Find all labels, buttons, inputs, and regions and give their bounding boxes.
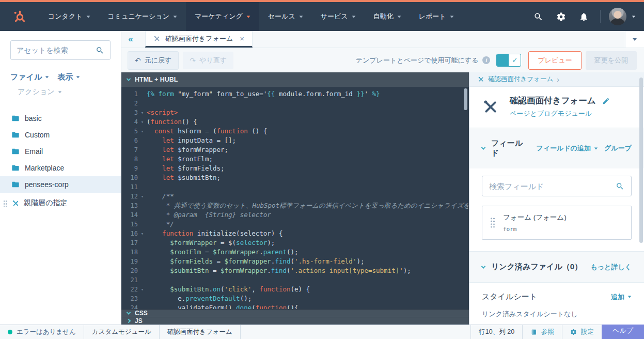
nav-item-contacts[interactable]: コンタクト: [39, 2, 99, 31]
folder-item-pensees-corp[interactable]: pensees-corp: [0, 176, 121, 193]
availability-toggle-label: テンプレートとページで使用可能にする: [356, 56, 479, 65]
code-line[interactable]: 17 $formWrapper = $(selector);: [121, 238, 469, 248]
fold-caret-icon[interactable]: ▾: [138, 117, 147, 127]
file-menu[interactable]: ファイル: [10, 72, 49, 82]
code-line[interactable]: 2: [121, 99, 469, 108]
hubspot-logo-icon[interactable]: [0, 2, 39, 31]
drag-handle-icon[interactable]: [3, 200, 7, 207]
tab-close-icon[interactable]: ×: [240, 34, 244, 43]
nav-item-marketing[interactable]: マーケティング: [186, 2, 259, 31]
chevron-right-icon: ›: [557, 75, 559, 84]
line-number: 19: [121, 257, 138, 266]
panel-scrollbar[interactable]: [639, 78, 643, 243]
preview-button[interactable]: プレビュー: [528, 51, 581, 70]
fold-caret-icon[interactable]: ▾: [138, 192, 147, 201]
editor-scrollbar[interactable]: [464, 88, 467, 110]
asset-search-box[interactable]: [10, 40, 111, 60]
nav-item-communication[interactable]: コミュニケーション: [99, 2, 186, 31]
folder-item-email[interactable]: Email: [0, 143, 121, 160]
code-line[interactable]: 15 */: [121, 220, 469, 229]
fold-caret-icon[interactable]: ▾: [138, 285, 147, 294]
tab-module[interactable]: 確認画面付きフォーム ×: [145, 31, 253, 48]
field-item-form[interactable]: フォーム (フォーム) form: [482, 206, 632, 240]
code-line[interactable]: 9 let $formFields;: [121, 164, 469, 173]
code-line[interactable]: 24 validateForm().done(function(){: [121, 303, 469, 309]
redo-button[interactable]: ↷ やり直す: [183, 52, 233, 69]
fold-caret-icon[interactable]: ▾: [138, 229, 147, 238]
code-line[interactable]: 16▾ function initialize(selector) {: [121, 229, 469, 238]
folder-item-basic[interactable]: basic: [0, 110, 121, 127]
view-menu[interactable]: 表示: [57, 72, 80, 82]
chevron-right-icon: [127, 319, 131, 323]
code-line[interactable]: 13 * 共通で使う変数のセット、HubSpot標準フォームの送信イベントを乗っ…: [121, 201, 469, 210]
code-line[interactable]: 7 let $formWrapper;: [121, 145, 469, 155]
group-link[interactable]: グループ: [604, 144, 632, 153]
fold-caret-icon: [138, 164, 147, 173]
breadcrumb[interactable]: 確認画面付きフォーム ›: [469, 72, 644, 87]
code-line[interactable]: 22▾ $submitBtn.on('click', function(e) {: [121, 285, 469, 294]
account-menu-caret-icon[interactable]: [632, 16, 635, 18]
chevron-down-icon[interactable]: [481, 145, 485, 149]
code-line[interactable]: 23 e.preventDefault();: [121, 294, 469, 303]
learn-more-link[interactable]: もっと詳しく: [590, 263, 632, 272]
code-line[interactable]: 1{% form "my_form" form_to_use='{{ modul…: [121, 89, 469, 99]
folder-item-marketplace[interactable]: Marketplace: [0, 160, 121, 176]
add-field-link[interactable]: フィールドの追加: [537, 144, 599, 153]
search-icon[interactable]: [527, 2, 549, 31]
nav-item-sales[interactable]: セールス: [259, 2, 312, 31]
edit-pencil-icon[interactable]: [602, 97, 610, 105]
code-line[interactable]: 8 let $rootElm;: [121, 155, 469, 164]
fold-caret-icon: [138, 182, 147, 192]
field-search-box[interactable]: [482, 176, 632, 196]
code-line[interactable]: 4▾(function() {: [121, 117, 469, 127]
publish-changes-button[interactable]: 変更を公開: [586, 51, 637, 70]
line-number: 5: [121, 127, 138, 136]
code-line[interactable]: 19 $formFields = $formWrapper.find('.hs-…: [121, 257, 469, 266]
fold-caret-icon[interactable]: ▾: [138, 108, 147, 117]
code-line[interactable]: 18 $rootElm = $formWrapper.parent();: [121, 248, 469, 257]
settings-gear-icon[interactable]: [549, 2, 572, 31]
nav-item-automation[interactable]: 自動化: [365, 2, 410, 31]
code-line[interactable]: 14 * @param {String} selector: [121, 210, 469, 220]
code-editor: HTML + HUBL 1{% form "my_form" form_to_u…: [121, 72, 469, 325]
actions-menu[interactable]: アクション: [18, 87, 111, 97]
asset-search-input[interactable]: [17, 46, 96, 54]
undo-icon: ↶: [135, 57, 141, 64]
chevron-down-icon[interactable]: [481, 264, 485, 268]
module-type-link[interactable]: ページとブログモジュール: [510, 109, 610, 118]
add-stylesheet-link[interactable]: 追加: [611, 292, 632, 302]
line-number: 21: [121, 275, 138, 285]
section-css-header[interactable]: CSS: [121, 309, 469, 317]
code-line[interactable]: 5▾ const hsForm = (function () {: [121, 127, 469, 136]
settings-button[interactable]: 設定: [562, 325, 602, 339]
folder-item-custom[interactable]: Custom: [0, 127, 121, 143]
collapse-sidebar-button[interactable]: «: [121, 31, 140, 48]
code-line[interactable]: 10 let $submitBtn;: [121, 173, 469, 182]
code-line[interactable]: 21: [121, 275, 469, 285]
section-html-hubl-header[interactable]: HTML + HUBL: [121, 72, 469, 87]
tab-overflow-caret[interactable]: [625, 31, 644, 48]
code-line[interactable]: 3▾<script>: [121, 108, 469, 117]
drag-handle-icon[interactable]: [490, 217, 495, 228]
notifications-bell-icon[interactable]: [572, 2, 595, 31]
code-line[interactable]: 12▾ /**: [121, 192, 469, 201]
chevron-down-icon: [127, 76, 131, 81]
user-avatar[interactable]: [609, 8, 626, 25]
sidebar-item-parent-module[interactable]: 親階層の指定: [0, 195, 121, 211]
code-line[interactable]: 6 let inputData = [];: [121, 136, 469, 145]
undo-button[interactable]: ↶ 元に戻す: [128, 51, 179, 70]
folder-icon: [11, 131, 20, 139]
nav-item-service[interactable]: サービス: [312, 2, 365, 31]
info-icon[interactable]: i: [482, 56, 490, 64]
code-area[interactable]: 1{% form "my_form" form_to_use='{{ modul…: [121, 87, 469, 309]
fold-caret-icon: [138, 238, 147, 248]
section-js-header[interactable]: JS: [121, 317, 469, 325]
code-line[interactable]: 11: [121, 182, 469, 192]
field-search-input[interactable]: [489, 182, 616, 191]
nav-item-reports[interactable]: レポート: [410, 2, 463, 31]
code-line[interactable]: 20 $submitBtn = $formWrapper.find('.acti…: [121, 266, 469, 275]
fold-caret-icon[interactable]: ▾: [138, 127, 147, 136]
availability-toggle[interactable]: ✓: [496, 54, 521, 67]
error-status: エラーはありません: [0, 325, 84, 339]
reference-button[interactable]: 参照: [522, 325, 562, 339]
